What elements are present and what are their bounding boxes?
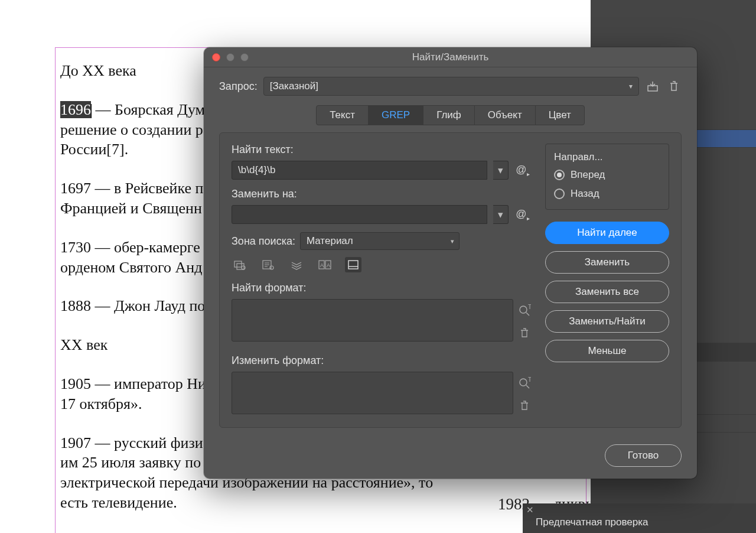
svg-point-5 (270, 266, 273, 269)
change-format-box[interactable] (232, 372, 513, 414)
svg-text:А: А (327, 262, 330, 268)
direction-fieldset: Направл... Вперед Назад (545, 144, 669, 210)
find-format-label: Найти формат: (232, 282, 531, 294)
chevron-down-icon: ▾ (451, 238, 454, 245)
search-type-tabs: Текст GREP Глиф Объект Цвет (219, 105, 682, 125)
less-options-button[interactable]: Меньше (545, 340, 669, 362)
find-history-dropdown[interactable]: ▾ (493, 161, 509, 180)
svg-point-11 (520, 306, 527, 313)
tab-color[interactable]: Цвет (535, 105, 585, 125)
clear-format-icon[interactable] (520, 401, 529, 411)
scope-label: Зона поиска: (232, 235, 295, 248)
preflight-panel: ✕ Предпечатная проверка (523, 503, 756, 533)
find-text-label: Найти текст: (232, 144, 531, 156)
replace-all-button[interactable]: Заменить все (545, 281, 669, 303)
special-chars-icon[interactable]: @▸ (514, 164, 531, 177)
svg-point-3 (242, 266, 245, 269)
find-format-box[interactable] (232, 299, 513, 342)
tab-glyph[interactable]: Глиф (423, 105, 475, 125)
specify-format-icon[interactable]: T (518, 304, 531, 316)
direction-forward-radio[interactable]: Вперед (554, 169, 660, 181)
tab-text[interactable]: Текст (316, 105, 369, 125)
save-query-icon[interactable] (645, 79, 660, 94)
query-dropdown[interactable]: [Заказной] ▾ (263, 77, 639, 96)
special-chars-icon[interactable]: @▸ (514, 208, 531, 222)
option-locked-stories-icon[interactable] (260, 257, 276, 272)
query-value: [Заказной] (270, 80, 318, 92)
delete-query-icon[interactable] (666, 79, 682, 94)
query-label: Запрос: (219, 80, 258, 93)
svg-rect-2 (237, 264, 244, 269)
replace-text-label: Заменить на: (232, 188, 531, 200)
done-button[interactable]: Готово (605, 444, 682, 467)
specify-format-icon[interactable]: T (518, 377, 531, 389)
replace-find-button[interactable]: Заменить/Найти (545, 310, 669, 333)
option-master-pages-icon[interactable]: AА (317, 257, 333, 272)
svg-text:T: T (528, 377, 531, 383)
chevron-down-icon: ▾ (629, 82, 633, 90)
found-match-highlight: 1696 (60, 101, 91, 118)
tab-object[interactable]: Объект (474, 105, 536, 125)
dialog-titlebar[interactable]: Найти/Заменить (204, 47, 697, 67)
scope-dropdown[interactable]: Материал ▾ (300, 232, 460, 250)
option-locked-layers-icon[interactable] (232, 257, 248, 272)
replace-text-input[interactable] (232, 205, 487, 224)
radio-checked-icon (554, 170, 565, 180)
svg-rect-10 (348, 261, 358, 269)
direction-legend: Направл... (554, 151, 660, 163)
option-footnotes-icon[interactable] (345, 257, 361, 272)
clear-format-icon[interactable] (520, 328, 529, 339)
find-replace-dialog: Найти/Заменить Запрос: [Заказной] ▾ Тек (204, 47, 697, 479)
replace-button[interactable]: Заменить (545, 251, 669, 274)
close-icon[interactable]: ✕ (526, 505, 534, 515)
tab-grep[interactable]: GREP (368, 105, 423, 125)
dialog-title: Найти/Заменить (204, 51, 697, 63)
svg-rect-1 (234, 261, 242, 267)
svg-text:T: T (528, 304, 531, 310)
change-format-label: Изменить формат: (232, 355, 531, 367)
svg-point-13 (520, 379, 527, 386)
main-panel: Найти текст: \b\d{4}\b ▾ @▸ Заменить на:… (219, 132, 682, 428)
direction-backward-radio[interactable]: Назад (554, 188, 660, 200)
option-hidden-layers-icon[interactable] (288, 257, 305, 272)
replace-history-dropdown[interactable]: ▾ (493, 205, 509, 224)
find-next-button[interactable]: Найти далее (545, 222, 669, 244)
svg-text:A: A (320, 262, 324, 268)
preflight-title: Предпечатная проверка (523, 503, 756, 528)
radio-unchecked-icon (554, 188, 565, 199)
find-text-input[interactable]: \b\d{4}\b (232, 161, 487, 180)
